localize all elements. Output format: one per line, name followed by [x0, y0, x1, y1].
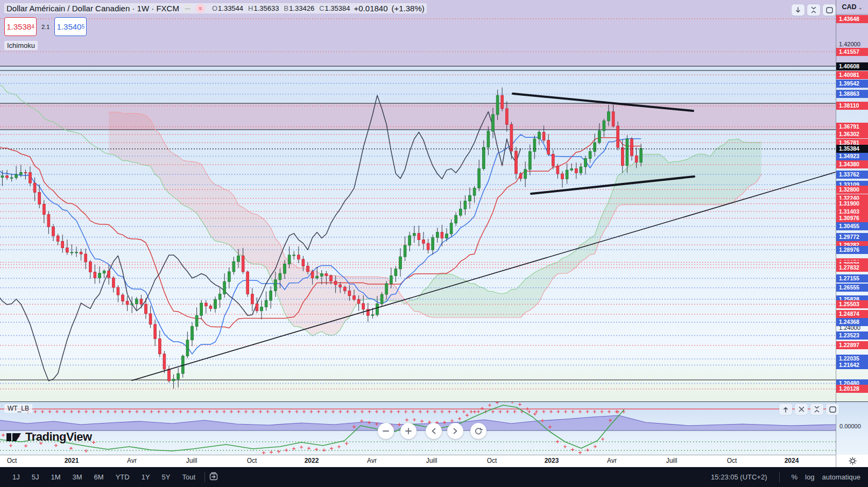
axis-settings-corner[interactable] — [836, 455, 868, 467]
price-level-label: 1.22897 — [836, 341, 868, 349]
chevron-down-icon: ⌄ — [858, 5, 863, 10]
price-level-label: 1.30455 — [836, 222, 868, 230]
time-axis-month-label: Avr — [367, 457, 377, 464]
change-percent: (+1.38%) — [392, 4, 425, 13]
toolbar-divider — [779, 472, 780, 482]
price-level-label: 1.28976 — [836, 246, 868, 254]
collapse-pane-icon[interactable] — [810, 404, 823, 415]
scroll-left-button[interactable] — [426, 423, 442, 439]
range-button-3m[interactable]: 3M — [68, 471, 87, 483]
price-level-label: 1.31900 — [836, 200, 868, 208]
time-axis[interactable]: Oct2021AvrJuillOct2022AvrJuillOct2023Avr… — [0, 455, 868, 468]
price-level-label: 1.34380 — [836, 160, 868, 168]
price-level-label: 1.41557 — [836, 48, 868, 56]
price-level-label: 1.36791 — [836, 123, 868, 131]
zoom-out-button[interactable] — [378, 423, 394, 439]
auto-scale-button[interactable]: automatique — [822, 473, 860, 481]
price-level-label: 1.43648 — [836, 15, 868, 23]
indicator-legend-ichimoku[interactable]: Ichimoku — [4, 41, 38, 50]
price-level-label: 1.40081 — [836, 71, 868, 79]
price-level-label: 1.32800 — [836, 186, 868, 194]
ohlc-item: B1.33426 — [284, 4, 314, 12]
spread-value: 2.1 — [41, 24, 50, 30]
price-level-label: 1.27155 — [836, 274, 868, 283]
range-button-5j[interactable]: 5J — [27, 471, 44, 483]
price-level-label: 1.36302 — [836, 130, 868, 138]
maximize-pane-icon[interactable] — [826, 404, 839, 415]
sun-icon — [849, 457, 857, 465]
toolbar-divider — [204, 472, 205, 482]
price-level-label: 1.35384 — [836, 145, 868, 153]
wtlb-axis-value: 0.00000 — [839, 423, 861, 429]
ohlc-item: H1.35633 — [248, 4, 279, 12]
reset-chart-button[interactable] — [470, 423, 486, 439]
time-axis-month-label: Juill — [186, 457, 197, 464]
price-axis-currency-dropdown[interactable]: CAD ⌄ — [836, 0, 868, 15]
date-range-buttons: 1J5J1M3M6MYTD1Y5YTout — [0, 471, 200, 483]
collapse-pane-icon[interactable] — [807, 4, 820, 16]
price-level-label: 1.38110 — [836, 102, 868, 110]
price-tick-label: 1.42000 — [839, 41, 860, 47]
close-pane-icon[interactable] — [795, 404, 808, 415]
move-pane-up-icon[interactable] — [779, 404, 792, 415]
currency-label: CAD — [842, 3, 856, 11]
range-button-ytd[interactable]: YTD — [111, 471, 135, 483]
price-level-label: 1.23523 — [836, 331, 868, 340]
ohlc-item: C1.35384 — [319, 4, 350, 12]
time-axis-year-label: 2022 — [305, 457, 319, 464]
time-axis-year-label: 2024 — [785, 457, 799, 464]
market-status-wave-icon: ≈ — [196, 4, 205, 13]
time-axis-month-label: Oct — [487, 457, 497, 464]
ohlc-values: O1.33544H1.35633B1.33426C1.35384 — [212, 4, 350, 12]
change-value: +0.01840 — [354, 4, 388, 13]
percent-scale-button[interactable]: % — [792, 473, 798, 481]
price-level-label: 1.34923 — [836, 152, 868, 160]
ohlc-item: O1.33544 — [212, 4, 243, 12]
log-scale-button[interactable]: log — [805, 473, 814, 481]
session-clock[interactable]: 15:23:05 (UTC+2) — [711, 473, 767, 481]
wtlb-pane-buttons — [779, 404, 839, 415]
buy-button[interactable]: 1.35405 — [54, 17, 87, 36]
chart-legend: Dollar Américain / Dollar Canadien · 1W … — [4, 3, 427, 50]
range-button-1m[interactable]: 1M — [46, 471, 65, 483]
range-button-1j[interactable]: 1J — [8, 471, 25, 483]
bid-ask-row: 1.35384 2.1 1.35405 — [4, 17, 87, 36]
price-level-label: 1.27832 — [836, 264, 868, 272]
time-axis-month-label: Juill — [426, 457, 437, 464]
maximize-pane-icon[interactable] — [823, 4, 836, 16]
zoom-in-button[interactable] — [400, 423, 417, 439]
wtlb-canvas[interactable] — [0, 402, 836, 455]
time-axis-month-label: Oct — [727, 457, 737, 464]
tradingview-logo[interactable]: TradingView — [6, 430, 92, 444]
range-button-1y[interactable]: 1Y — [137, 471, 155, 483]
price-level-label: 1.25503 — [836, 300, 868, 308]
symbol-title[interactable]: Dollar Américain / Dollar Canadien · 1W … — [6, 4, 179, 13]
price-axis[interactable]: 1.420001.240001.436481.415571.400811.395… — [836, 0, 868, 401]
range-button-tout[interactable]: Tout — [177, 471, 200, 483]
bottom-toolbar: 1J5J1M3M6MYTD1Y5YTout 15:23:05 (UTC+2) %… — [0, 467, 868, 487]
main-chart-pane[interactable] — [0, 0, 868, 401]
price-level-label: 1.38863 — [836, 90, 868, 98]
symbol-title-row[interactable]: Dollar Américain / Dollar Canadien · 1W … — [4, 3, 427, 13]
price-level-label: 1.26555 — [836, 284, 868, 292]
time-axis-month-label: Oct — [247, 457, 257, 464]
tradingview-logo-icon — [6, 430, 22, 444]
goto-date-button[interactable] — [209, 472, 220, 482]
tradingview-app: 1.420001.240001.436481.415571.400811.395… — [0, 0, 868, 487]
sell-button[interactable]: 1.35384 — [4, 17, 37, 36]
price-level-label: 1.29772 — [836, 233, 868, 241]
range-button-5y[interactable]: 5Y — [157, 471, 175, 483]
time-axis-year-label: 2023 — [545, 457, 559, 464]
price-level-label: 1.24368 — [836, 318, 868, 326]
scroll-right-button[interactable] — [447, 423, 463, 439]
indicator-legend-wtlb[interactable]: WT_LB — [4, 404, 32, 413]
time-axis-month-label: Avr — [127, 457, 137, 464]
market-status-minus-icon: — — [183, 4, 192, 13]
range-button-6m[interactable]: 6M — [89, 471, 109, 483]
main-pane-buttons — [792, 4, 836, 16]
scroll-down-button[interactable] — [792, 4, 805, 16]
price-level-label: 1.21642 — [836, 361, 868, 369]
time-axis-month-label: Juill — [666, 457, 678, 464]
main-chart-canvas[interactable] — [0, 0, 836, 401]
price-level-label: 1.39542 — [836, 80, 868, 88]
